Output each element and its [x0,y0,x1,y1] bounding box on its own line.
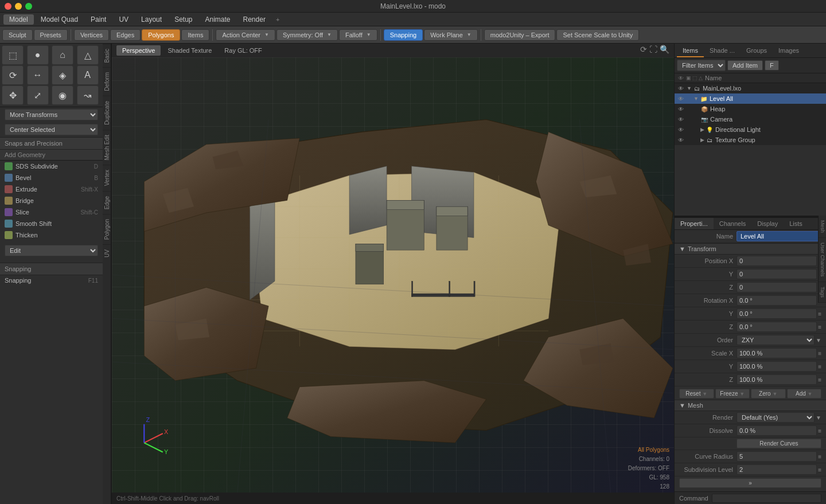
tool-slice[interactable]: Slice Shift-C [0,206,103,218]
subdivision-value[interactable]: 2 [737,464,817,475]
rotate-icon[interactable]: ⟳ [2,65,24,85]
render-select[interactable]: Default (Yes) [737,412,815,423]
vert-tab-duplicate[interactable]: Duplicate [103,96,111,130]
curve-radius-arrow[interactable]: ≡ [818,454,821,460]
scale-x-arrow[interactable]: ≡ [818,350,821,357]
snapping-item[interactable]: Snapping F11 [0,275,103,286]
menu-paint[interactable]: Paint [85,14,112,25]
center-select[interactable]: Center Selected [5,124,98,135]
mesh-section-header[interactable]: ▼ Mesh [675,400,826,411]
tool-bridge[interactable]: Bridge [0,195,103,206]
props-tab-properties[interactable]: Properti... [675,218,714,229]
tab-groups[interactable]: Groups [741,45,773,57]
path-icon[interactable]: ↝ [77,85,99,105]
vert-tab-uv[interactable]: UV [103,244,111,262]
action-center-button[interactable]: Action Center ▼ [216,29,275,41]
set-scene-scale-button[interactable]: Set Scene Scale to Unity [556,29,639,41]
tree-item-heap[interactable]: 👁 📦 Heap [675,104,826,114]
menu-setup[interactable]: Setup [169,14,198,25]
props-tab-channels[interactable]: Channels [714,218,751,229]
render-curves-button[interactable]: Render Curves [737,439,821,448]
tab-items[interactable]: Items [677,45,704,57]
menu-model[interactable]: Model [3,14,34,25]
scale-x-value[interactable]: 100.0 % [737,348,817,358]
scale-z-arrow[interactable]: ≡ [818,377,821,383]
props-tab-lists[interactable]: Lists [784,218,808,229]
curve-radius-value[interactable]: 5 [737,451,817,462]
more-transforms-select[interactable]: More Transforms [5,109,98,120]
filter-items-select[interactable]: Filter Items [677,60,726,71]
vert-tab-polygon[interactable]: Polygon [103,214,111,244]
add-button[interactable]: Add ▼ [787,389,822,398]
tab-images[interactable]: Images [773,45,805,57]
transform-section-header[interactable]: ▼ Transform [675,243,826,255]
edit-select[interactable]: Edit [5,245,98,256]
cone-icon[interactable]: △ [77,45,99,65]
tool-extrude[interactable]: Extrude Shift-X [0,183,103,195]
circle-icon[interactable]: ◉ [52,85,73,105]
maximize-button[interactable] [25,3,32,10]
rotation-x-value[interactable]: 0.0 ° [737,295,817,306]
falloff-button[interactable]: Falloff ▼ [339,29,377,41]
viewport-search-icon[interactable]: 🔍 [660,45,669,54]
sphere-icon[interactable]: ● [27,45,49,65]
vert-tab-edge[interactable]: Edge [103,191,111,214]
position-y-value[interactable]: 0 [737,269,817,279]
right-vert-tab-user-channels[interactable]: User Channels [819,238,826,282]
tree-item-mainlevel[interactable]: 👁 ▼ 🗂 MainLevel.lxo [675,83,826,93]
scale-y-value[interactable]: 100.0 % [737,361,817,372]
vp-tab-perspective[interactable]: Perspective [116,45,161,56]
menu-render[interactable]: Render [237,14,271,25]
add-item-button[interactable]: Add Item [727,60,763,71]
dissolve-value[interactable]: 0.0 % [737,425,817,436]
zero-button[interactable]: Zero ▼ [751,389,786,398]
edges-button[interactable]: Edges [110,29,141,41]
shape-icon[interactable]: ◈ [52,65,73,85]
tool-bevel[interactable]: Bevel B [0,172,103,183]
right-vert-tab-mesh[interactable]: Mesh [819,216,826,238]
command-input[interactable] [712,494,821,503]
cylinder-icon[interactable]: ⌂ [52,45,73,65]
vert-tab-basic[interactable]: Basic [103,44,111,67]
name-value-field[interactable]: Level All [737,231,821,241]
transform-icon[interactable]: ✥ [2,85,24,105]
tool-thicken[interactable]: Thicken [0,229,103,241]
rotation-y-arrow[interactable]: ≡ [818,311,821,317]
cube-icon[interactable]: ⬚ [2,45,24,65]
menu-animate[interactable]: Animate [199,14,236,25]
tree-item-camera[interactable]: 👁 📷 Camera [675,114,826,124]
presets-button[interactable]: Presets [34,29,68,41]
scale-y-arrow[interactable]: ≡ [818,364,821,370]
close-button[interactable] [5,3,11,10]
tool-sds-subdivide[interactable]: SDS Subdivide D [0,161,103,172]
menu-uv[interactable]: UV [113,14,134,25]
add-geometry-label[interactable]: Add Geometry [5,151,45,158]
menu-layout[interactable]: Layout [135,14,167,25]
reset-button[interactable]: Reset ▼ [679,389,714,398]
polygons-button[interactable]: Polygons [142,29,180,41]
menu-model-quad[interactable]: Model Quad [35,14,84,25]
text-icon[interactable]: A [77,65,99,85]
minimize-button[interactable] [15,3,22,10]
scale-icon[interactable]: ⤢ [27,85,49,105]
items-button[interactable]: Items [181,29,209,41]
viewport-maximize-icon[interactable]: ⛶ [649,45,657,54]
vp-tab-shaded[interactable]: Shaded Texture [162,45,217,56]
right-vert-tab-tags[interactable]: Tags [819,282,826,303]
props-tab-display[interactable]: Display [751,218,784,229]
work-plane-button[interactable]: Work Plane ▼ [424,29,478,41]
modo2unity-button[interactable]: modo2Unity – Export [484,29,556,41]
snaps-section-header[interactable]: Snaps and Precision [0,137,103,150]
vert-tab-mesh-edit[interactable]: Mesh Edit [103,130,111,165]
expand-button[interactable]: » [679,478,821,488]
move-icon[interactable]: ↔ [27,65,49,85]
tool-smooth-shift[interactable]: Smooth Shift [0,218,103,229]
menu-add[interactable]: + [272,15,283,24]
vert-tab-vertex[interactable]: Vertex [103,165,111,190]
position-z-value[interactable]: 0 [737,282,817,292]
scale-z-value[interactable]: 100.0 % [737,374,817,385]
tree-item-light[interactable]: 👁 ▶ 💡 Directional Light [675,124,826,135]
symmetry-button[interactable]: Symmetry: Off ▼ [276,29,338,41]
tree-item-levelall[interactable]: 👁 ▼ 📁 Level All [675,93,826,104]
dissolve-arrow[interactable]: ≡ [818,428,821,434]
